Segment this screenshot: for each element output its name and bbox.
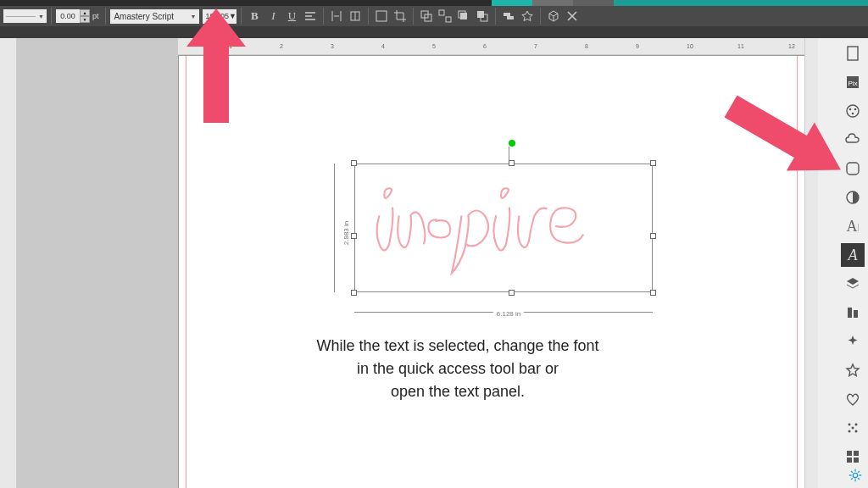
grid-panel-button[interactable] — [841, 445, 865, 469]
svg-point-16 — [852, 113, 854, 115]
svg-rect-10 — [848, 47, 858, 60]
contrast-icon — [844, 189, 861, 206]
instruction-line-3: open the text panel. — [237, 380, 678, 403]
bring-front-icon — [457, 9, 470, 23]
weld-button[interactable] — [500, 8, 517, 25]
replicate-panel-button[interactable] — [841, 330, 865, 353]
align-button[interactable] — [302, 8, 319, 25]
letter-a-italic-icon: A — [849, 247, 858, 264]
toolbar-divider — [368, 8, 369, 25]
crop-icon — [393, 9, 407, 23]
instruction-line-2: in the quick access tool bar or — [237, 358, 678, 380]
page-setup-panel-button[interactable] — [841, 42, 865, 65]
svg-point-15 — [854, 108, 857, 111]
crop-button[interactable] — [392, 8, 409, 25]
pix-icon: Pix — [844, 74, 861, 91]
resize-handle-br[interactable] — [650, 290, 656, 296]
tab-panel-3[interactable] — [573, 0, 614, 6]
ruler-tick: 9 — [636, 43, 639, 49]
svg-marker-31 — [186, 8, 246, 123]
thickness-stepper[interactable]: ▲ ▼ — [80, 9, 90, 23]
underline-button[interactable]: U — [283, 8, 300, 25]
resize-handle-tl[interactable] — [351, 160, 357, 166]
resize-handle-bm[interactable] — [509, 290, 515, 296]
pixscan-panel-button[interactable]: Pix — [841, 70, 865, 94]
svg-rect-20 — [854, 310, 858, 318]
svg-rect-19 — [848, 308, 852, 318]
ruler-tick: 7 — [534, 43, 537, 49]
toolbar-divider — [495, 8, 496, 25]
resize-handle-tr[interactable] — [650, 160, 656, 166]
text-style-panel-button[interactable]: A| — [841, 214, 865, 238]
layers-panel-button[interactable] — [841, 272, 865, 296]
line-sample-icon — [6, 16, 36, 17]
align-panel-button[interactable] — [841, 301, 865, 324]
ungroup-button[interactable] — [437, 8, 453, 25]
layers-icon — [844, 275, 861, 292]
vertical-ruler — [0, 38, 17, 488]
star-icon — [520, 9, 534, 23]
svg-rect-29 — [854, 458, 859, 463]
italic-button[interactable]: I — [264, 8, 281, 25]
settings-button[interactable] — [848, 468, 863, 486]
offset-button[interactable] — [519, 8, 536, 25]
kerning-icon — [348, 9, 362, 23]
annotation-arrow-font-dropdown — [186, 8, 263, 127]
svg-point-25 — [855, 430, 858, 433]
titlebar-fill — [614, 0, 868, 6]
3d-button[interactable] — [545, 8, 562, 25]
back-button[interactable] — [474, 8, 491, 25]
kerning-button[interactable] — [347, 8, 364, 25]
resize-handle-ml[interactable] — [351, 233, 357, 239]
group-button[interactable] — [418, 8, 435, 25]
svg-rect-1 — [376, 11, 387, 21]
quick-access-toolbar: ▼ 0.00 ▲ ▼ pt Amastery Script ▼ 160.05 ▼… — [0, 6, 868, 26]
caret-up-icon: ▲ — [80, 9, 90, 16]
toolbar-divider — [51, 8, 52, 25]
rotation-handle[interactable] — [509, 140, 515, 147]
chevron-down-icon: ▼ — [38, 14, 44, 19]
transform-button[interactable] — [373, 8, 390, 25]
ruler-tick: 11 — [737, 43, 744, 49]
annotation-arrow-text-panel — [722, 92, 849, 185]
selected-text-object[interactable]: 6.128 in 2.983 in — [339, 148, 678, 318]
toolbar-divider — [413, 8, 414, 25]
unit-label: pt — [92, 12, 99, 20]
ruler-tick: 6 — [483, 43, 487, 49]
close-button[interactable] — [564, 8, 581, 25]
canvas-area[interactable]: 1 2 3 4 5 6 7 8 9 10 11 12 — [178, 38, 817, 488]
group-icon — [420, 9, 433, 23]
spacing-button[interactable] — [328, 8, 345, 25]
caret-down-icon: ▼ — [80, 16, 90, 23]
rotation-stem — [509, 147, 509, 160]
toolbar-divider — [105, 8, 106, 25]
tab-panel-active[interactable] — [492, 0, 532, 6]
star-icon — [844, 362, 861, 379]
ruler-tick: 8 — [585, 43, 588, 49]
svg-point-21 — [849, 424, 851, 426]
width-dimension-label: 6.128 in — [493, 310, 524, 318]
resize-handle-mr[interactable] — [650, 233, 656, 239]
weld-icon — [502, 9, 515, 23]
front-button[interactable] — [455, 8, 472, 25]
tab-panel-2[interactable] — [532, 0, 573, 6]
page-icon — [844, 45, 861, 62]
line-thickness-input[interactable]: 0.00 — [56, 9, 80, 23]
contrast-panel-button[interactable] — [841, 186, 865, 209]
svg-point-14 — [849, 108, 852, 111]
star-panel-button[interactable] — [841, 358, 865, 382]
top-tab-strip — [0, 0, 868, 6]
heart-panel-button[interactable] — [841, 387, 865, 411]
cube-icon — [547, 9, 560, 23]
gear-icon — [848, 468, 863, 483]
resize-handle-bl[interactable] — [351, 290, 357, 296]
ungroup-icon — [438, 9, 452, 23]
line-style-dropdown[interactable]: ▼ — [3, 9, 47, 23]
text-panel-button[interactable]: A — [841, 243, 865, 267]
svg-point-22 — [855, 424, 858, 426]
spacing-icon — [330, 9, 343, 23]
rhinestone-panel-button[interactable] — [841, 416, 865, 440]
grid-icon — [844, 448, 861, 465]
toolbar-divider — [540, 8, 541, 25]
thickness-section: 0.00 ▲ ▼ pt — [56, 6, 102, 26]
